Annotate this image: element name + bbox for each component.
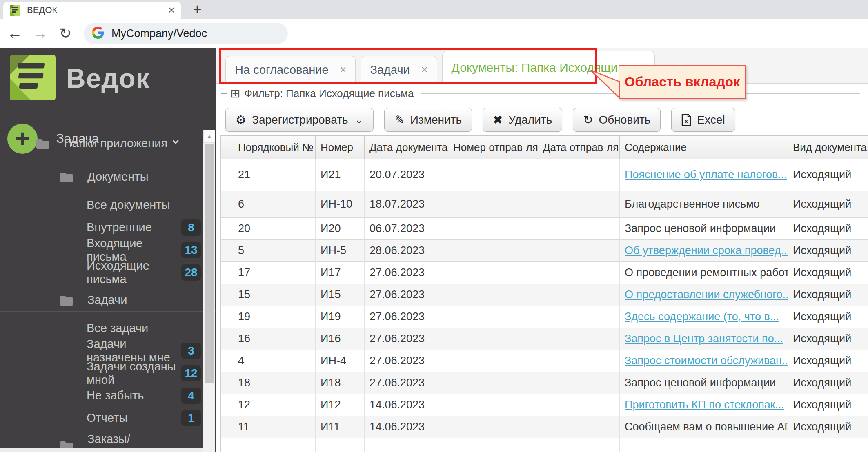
- excel-button[interactable]: x Excel: [671, 108, 735, 132]
- document-link[interactable]: Об утверждении срока провед...: [625, 244, 788, 257]
- table-row[interactable]: 16 И16 27.06.2023 Запрос в Центр занятос…: [221, 328, 868, 350]
- column-header[interactable]: Номер отправ-ля: [448, 135, 538, 159]
- browser-tab[interactable]: ВЕДОК ×: [3, 2, 181, 19]
- filter-label: Фильтр: Папка Исходящие письма: [244, 87, 414, 100]
- row-selector-cell: [221, 438, 233, 452]
- document-content-text: Запрос ценовой информации: [625, 377, 776, 389]
- close-tab-icon[interactable]: ×: [168, 4, 175, 16]
- row-selector-cell: [221, 372, 233, 394]
- table-row[interactable]: 18 И18 27.06.2023 Запрос ценовой информа…: [221, 372, 868, 394]
- reload-icon[interactable]: ↻: [54, 19, 77, 48]
- cell-sender-number: [448, 372, 538, 394]
- document-link[interactable]: Здесь содержание (то, что в...: [625, 310, 779, 323]
- cell-number: И19: [316, 306, 365, 328]
- cell-sender-number: [448, 191, 538, 218]
- tab-close-icon[interactable]: ×: [421, 64, 428, 76]
- column-header[interactable]: Дата отправ-ля: [538, 135, 620, 159]
- refresh-button[interactable]: ↻ Обновить: [573, 108, 661, 132]
- cell-doc-date: 28.06.2023: [365, 240, 448, 262]
- address-bar[interactable]: MyCompany/Vedoc: [84, 23, 288, 44]
- back-icon[interactable]: ←: [3, 19, 26, 48]
- document-link[interactable]: Пояснение об уплате налогов...: [625, 168, 787, 181]
- new-tab-button[interactable]: +: [189, 1, 206, 18]
- column-header[interactable]: Вид документа: [788, 135, 868, 159]
- cell-number: И11: [316, 416, 365, 438]
- main-area: На согласование × Задачи × Документы: Па…: [216, 48, 868, 452]
- cell-doc-date: 18.07.2023: [365, 191, 448, 218]
- column-header[interactable]: Порядковый №: [233, 135, 316, 159]
- table-row[interactable]: 20 И20 06.07.2023 Запрос ценовой информа…: [221, 218, 868, 240]
- sidebar-item-label: Задачи созданы мной: [87, 360, 181, 387]
- refresh-icon: ↻: [583, 113, 593, 127]
- document-link[interactable]: Запрос стоимости обслуживан...: [625, 355, 788, 367]
- cell-sender-date: [538, 438, 620, 452]
- column-header[interactable]: Дата документа ▾: [365, 135, 448, 159]
- table-row[interactable]: 6 ИН-10 18.07.2023 Благодарственное пись…: [221, 191, 868, 218]
- cell-doc-type: Исходящий: [788, 328, 868, 350]
- app-logo-text: Ведок: [66, 63, 150, 94]
- cell-sender-date: [538, 416, 620, 438]
- browser-tab-title: ВЕДОК: [27, 5, 57, 16]
- scroll-up-icon[interactable]: ▲: [203, 130, 215, 143]
- sidebar-item[interactable]: Все документы: [0, 194, 216, 216]
- count-badge: 12: [181, 365, 201, 381]
- cell-doc-type: Исходящий: [788, 240, 868, 262]
- table-row[interactable]: 12 И12 14.06.2023 Приготовить КП по стек…: [221, 394, 868, 416]
- row-selector-cell: [221, 218, 233, 240]
- cell-sender-number: [448, 350, 538, 372]
- sidebar-item[interactable]: Исходящие письма 28: [0, 261, 216, 284]
- table-row[interactable]: 5 ИН-5 28.06.2023 Об утверждении срока п…: [221, 240, 868, 262]
- edit-button[interactable]: ✎ Изменить: [384, 108, 472, 132]
- sidebar-folder[interactable]: Папки приложения: [0, 132, 216, 155]
- tab-label: Задачи: [370, 63, 410, 77]
- sidebar-item-label: Не забыть: [87, 389, 144, 402]
- column-header[interactable]: Содержание: [620, 135, 788, 159]
- table-row[interactable]: 21 И21 20.07.2023 Пояснение об уплате на…: [221, 159, 868, 191]
- sidebar-item[interactable]: Все задачи: [0, 317, 216, 339]
- sidebar-folder[interactable]: Задачи: [0, 289, 216, 312]
- scrollbar-thumb[interactable]: [205, 144, 214, 383]
- table-row[interactable]: 15 И15 27.06.2023 О предоставлении служе…: [221, 284, 868, 306]
- table-row[interactable]: 19 И19 27.06.2023 Здесь содержание (то, …: [221, 306, 868, 328]
- sidebar-item-label: Все документы: [87, 198, 170, 212]
- cell-sender-number: [448, 218, 538, 240]
- sidebar-folder[interactable]: Документы: [0, 166, 216, 188]
- tab-close-icon[interactable]: ×: [340, 64, 347, 76]
- column-label: Номер отправ-ля: [453, 141, 538, 154]
- cell-sender-date: [538, 240, 620, 262]
- document-link[interactable]: Запрос в Центр занятости по...: [625, 332, 783, 345]
- document-link[interactable]: О предоставлении служебного...: [625, 288, 788, 301]
- cell-number: И18: [316, 372, 365, 394]
- cell-number: И16: [316, 328, 365, 350]
- cell-serial: 4: [233, 350, 316, 372]
- sidebar-item[interactable]: Не забыть 4: [0, 384, 216, 407]
- document-link[interactable]: Приготовить КП по стеклопак...: [625, 399, 784, 411]
- table-row[interactable]: 4 ИН-4 27.06.2023 Запрос стоимости обслу…: [221, 350, 868, 372]
- sidebar-item[interactable]: Входящие письма 13: [0, 239, 216, 261]
- legend-dash: [221, 93, 227, 94]
- cell-number: И15: [316, 284, 365, 306]
- delete-button[interactable]: ✖ Удалить: [483, 108, 562, 132]
- table-row[interactable]: [221, 438, 868, 452]
- sidebar-hscrollbar[interactable]: [0, 448, 203, 452]
- folder-icon: [60, 295, 73, 306]
- sidebar-item[interactable]: Внутренние 8: [0, 216, 216, 239]
- column-label: Дата отправ-ля: [543, 141, 619, 154]
- cell-serial: 15: [233, 284, 316, 306]
- expand-filter-icon[interactable]: ⊞: [230, 88, 240, 100]
- sidebar-item[interactable]: Отчеты 1: [0, 407, 216, 429]
- document-content-text: Благодарственное письмо: [625, 198, 760, 210]
- column-header[interactable]: [221, 135, 233, 159]
- table-row[interactable]: 17 И17 27.06.2023 О проведении ремонтных…: [221, 262, 868, 284]
- tab[interactable]: Задачи ×: [361, 56, 437, 83]
- table-row[interactable]: 11 И11 14.06.2023 Сообщаем вам о повышен…: [221, 416, 868, 438]
- column-header[interactable]: Номер: [316, 135, 365, 159]
- tab[interactable]: На согласование ×: [225, 56, 356, 83]
- sidebar-item[interactable]: Задачи назначены мне 3: [0, 339, 216, 362]
- sidebar-item[interactable]: Задачи созданы мной 12: [0, 362, 216, 384]
- app-tabs: На согласование × Задачи × Документы: Па…: [216, 48, 868, 84]
- cell-serial: 19: [233, 306, 316, 328]
- delete-icon: ✖: [493, 113, 503, 127]
- register-button[interactable]: ⚙ Зарегистрировать ⌄: [225, 108, 374, 132]
- cell-serial: 12: [233, 394, 316, 416]
